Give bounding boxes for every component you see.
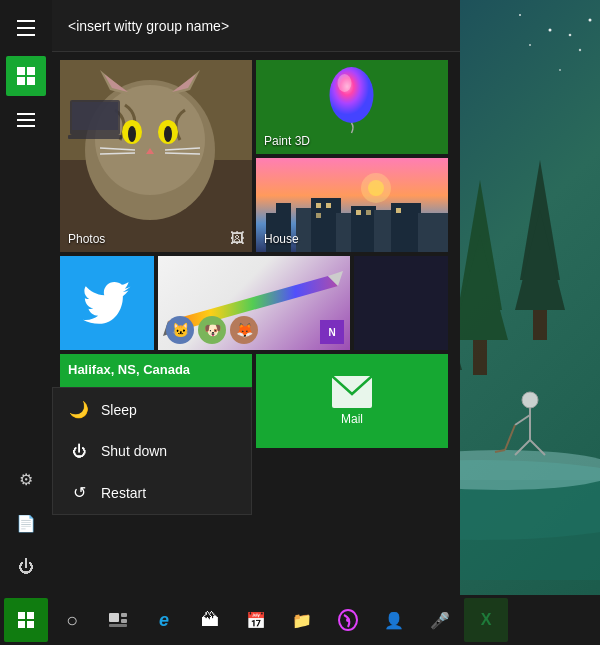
- group-name-label: <insert witty group name>: [68, 18, 229, 34]
- sidebar-power-button[interactable]: ⏻: [6, 547, 46, 587]
- sleep-label: Sleep: [101, 402, 137, 418]
- avatar-row: 🐱 🐶 🦊: [166, 308, 258, 344]
- twitter-content: [60, 256, 154, 350]
- sidebar-tiles-button[interactable]: [6, 56, 46, 96]
- svg-marker-11: [515, 210, 565, 310]
- tile-mail-label: Mail: [341, 412, 363, 426]
- tile-house[interactable]: House: [256, 158, 448, 252]
- tile-photos[interactable]: Photos 🖼: [60, 60, 252, 252]
- svg-point-43: [128, 126, 136, 142]
- edge-button[interactable]: e: [142, 598, 186, 642]
- shutdown-button[interactable]: ⏻ Shut down: [53, 431, 251, 471]
- list-icon: [17, 113, 35, 127]
- svg-rect-71: [316, 213, 321, 218]
- cortana-button[interactable]: ○: [50, 598, 94, 642]
- tile-onenote[interactable]: 🐱 🐶 🦊 N: [158, 256, 350, 350]
- sidebar: ⚙ 📄 ⏻: [0, 0, 52, 595]
- svg-rect-70: [326, 203, 331, 208]
- tile-mail[interactable]: Mail: [256, 354, 448, 448]
- svg-rect-33: [27, 77, 35, 85]
- photos-taskbar-button[interactable]: 🏔: [188, 598, 232, 642]
- start-button[interactable]: [4, 598, 48, 642]
- svg-point-2: [579, 49, 581, 51]
- svg-rect-73: [366, 210, 371, 215]
- sidebar-settings-button[interactable]: ⚙: [6, 459, 46, 499]
- cat-photo: [60, 60, 252, 252]
- svg-rect-87: [109, 624, 127, 627]
- twitter-bird-icon: [82, 282, 132, 324]
- tile-paint3d[interactable]: Paint 3D: [256, 60, 448, 154]
- file-explorer-button[interactable]: 📁: [280, 598, 324, 642]
- svg-marker-14: [452, 235, 508, 340]
- svg-line-51: [100, 153, 135, 154]
- tile-paint3d-label: Paint 3D: [264, 134, 310, 148]
- windows-logo-icon: [18, 612, 34, 628]
- hamburger-button[interactable]: [6, 8, 46, 48]
- onenote-content: 🐱 🐶 🦊 N: [158, 256, 350, 350]
- shutdown-label: Shut down: [101, 443, 167, 459]
- svg-rect-74: [396, 208, 401, 213]
- onenote-badge: N: [320, 320, 344, 344]
- sleep-icon: 🌙: [69, 400, 89, 419]
- svg-point-57: [330, 67, 374, 123]
- svg-line-25: [515, 415, 530, 425]
- svg-rect-12: [533, 310, 547, 340]
- restart-label: Restart: [101, 485, 146, 501]
- sidebar-list-button[interactable]: [6, 100, 46, 140]
- avatar-2: 🐶: [198, 316, 226, 344]
- cat-image: [60, 60, 252, 252]
- svg-point-0: [549, 29, 552, 32]
- restart-button[interactable]: ↺ Restart: [53, 471, 251, 514]
- tiles-icon: [17, 67, 35, 85]
- svg-point-76: [368, 180, 384, 196]
- svg-rect-15: [473, 340, 487, 375]
- svg-rect-35: [17, 119, 35, 121]
- svg-point-44: [164, 126, 172, 142]
- taskbar: ○ e 🏔 📅 📁 👤 🎤 X: [0, 595, 600, 645]
- sidebar-document-button[interactable]: 📄: [6, 503, 46, 543]
- svg-rect-72: [356, 210, 361, 215]
- svg-line-28: [505, 425, 515, 450]
- svg-line-53: [165, 153, 200, 154]
- svg-rect-83: [27, 621, 34, 628]
- svg-point-23: [522, 392, 538, 408]
- taskview-button[interactable]: [96, 598, 140, 642]
- svg-rect-80: [18, 612, 25, 619]
- sleep-button[interactable]: 🌙 Sleep: [53, 388, 251, 431]
- svg-rect-85: [121, 613, 127, 617]
- svg-point-3: [559, 69, 561, 71]
- svg-rect-36: [17, 125, 35, 127]
- svg-rect-32: [17, 77, 25, 85]
- svg-rect-84: [109, 613, 119, 622]
- groove-button[interactable]: [326, 598, 370, 642]
- hamburger-line: [17, 20, 35, 22]
- tile-twitter[interactable]: [60, 256, 154, 350]
- svg-rect-81: [27, 612, 34, 619]
- mail-content: Mail: [256, 354, 448, 448]
- taskview-icon: [109, 613, 127, 627]
- restart-icon: ↺: [69, 483, 89, 502]
- calendar-button[interactable]: 📅: [234, 598, 278, 642]
- photos-icon: 🖼: [230, 230, 244, 246]
- svg-rect-30: [17, 67, 25, 75]
- weather-content: Halifax, NS, Canada: [60, 354, 252, 385]
- power-menu: 🌙 Sleep ⏻ Shut down ↺ Restart: [52, 387, 252, 515]
- tile-photos-label: Photos: [68, 232, 105, 246]
- svg-rect-82: [18, 621, 25, 628]
- svg-rect-34: [17, 113, 35, 115]
- mail-envelope-icon: [332, 376, 372, 408]
- excel-button[interactable]: X: [464, 598, 508, 642]
- shutdown-icon: ⏻: [69, 443, 89, 459]
- balloon-graphic: [325, 65, 380, 135]
- svg-point-58: [338, 74, 352, 92]
- people-button[interactable]: 👤: [372, 598, 416, 642]
- hamburger-line: [17, 27, 35, 29]
- tile-empty[interactable]: [354, 256, 448, 350]
- svg-rect-55: [72, 102, 118, 130]
- svg-rect-56: [68, 135, 122, 139]
- microphone-button[interactable]: 🎤: [418, 598, 462, 642]
- svg-rect-67: [391, 203, 421, 252]
- svg-point-6: [569, 34, 572, 37]
- svg-rect-69: [316, 203, 321, 208]
- svg-rect-31: [27, 67, 35, 75]
